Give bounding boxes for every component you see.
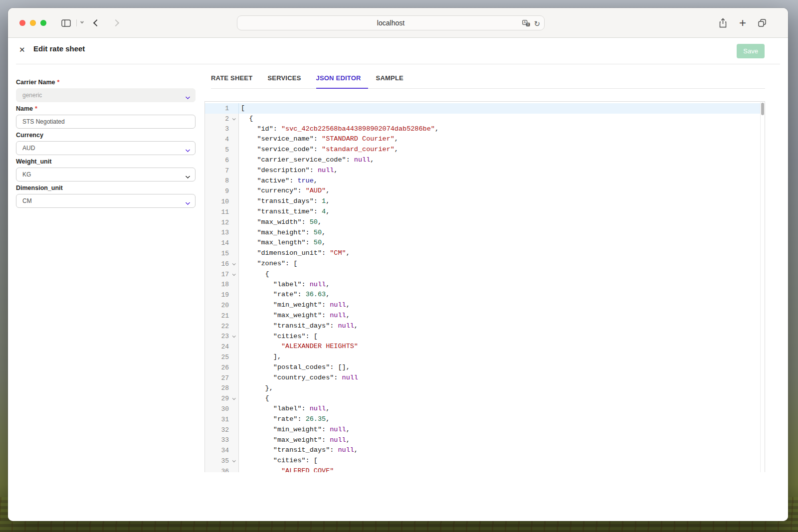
editor-line: 32 "min_weight": null, — [205, 425, 765, 435]
editor-code: "carrier_service_code": null, — [239, 155, 765, 166]
forward-icon[interactable] — [112, 8, 120, 38]
editor-gutter-cell: 5 — [205, 145, 239, 155]
minimize-window-button[interactable] — [30, 20, 36, 26]
editor-line: 20 "min_weight": null, — [205, 300, 765, 311]
save-button[interactable]: Save — [737, 44, 765, 58]
editor-code: "description": null, — [239, 166, 765, 176]
close-icon[interactable]: ✕ — [19, 45, 25, 54]
fold-chevron-icon[interactable] — [232, 335, 236, 338]
fold-chevron-icon[interactable] — [232, 272, 236, 276]
editor-line: 28 }, — [205, 383, 765, 394]
chevron-down-icon[interactable] — [78, 8, 85, 38]
line-number: 24 — [205, 343, 229, 351]
editor-code: "country_codes": null — [239, 373, 765, 383]
editor-gutter-cell: 31 — [205, 414, 239, 425]
editor-line: 4 "service_name": "STANDARD Courier", — [205, 134, 765, 145]
editor-gutter-cell: 22 — [205, 321, 239, 332]
fold-chevron-icon[interactable] — [232, 262, 236, 265]
editor-gutter-cell: 30 — [205, 404, 239, 414]
select-weight_unit[interactable]: KG — [16, 168, 196, 181]
input-name[interactable]: STS Negotiated — [16, 115, 196, 129]
back-icon[interactable] — [93, 8, 101, 38]
line-number: 12 — [205, 219, 229, 226]
tab-overview-icon[interactable] — [757, 8, 768, 38]
tabs: RATE SHEETSERVICESJSON EDITORSAMPLE — [211, 71, 765, 89]
json-editor[interactable]: 1 [ 2 { 3 "id": "svc_42cb22568ba44389890… — [204, 101, 765, 472]
fold-chevron-icon[interactable] — [232, 117, 236, 120]
required-star: * — [35, 105, 37, 112]
fold-chevron-icon[interactable] — [232, 396, 236, 400]
editor-line: 14 "max_length": 50, — [205, 238, 765, 248]
editor-gutter-cell: 2 — [205, 114, 239, 124]
svg-text:文: 文 — [527, 22, 530, 26]
editor-gutter-cell: 36 — [205, 466, 239, 472]
editor-line: 22 "transit_days": null, — [205, 321, 765, 332]
editor-line: 33 "max_weight": null, — [205, 435, 765, 446]
editor-code: "transit_time": 4, — [239, 207, 765, 217]
line-number: 19 — [205, 291, 229, 299]
editor-code: "service_name": "STANDARD Courier", — [239, 134, 765, 145]
editor-line: 30 "label": null, — [205, 404, 765, 414]
new-tab-icon[interactable]: + — [737, 8, 748, 38]
editor-scrollbar-thumb[interactable] — [761, 103, 764, 115]
select-dimension_unit[interactable]: CM — [16, 194, 196, 208]
line-number: 17 — [205, 271, 229, 278]
line-number: 36 — [205, 468, 229, 472]
editor-code: [ — [239, 103, 765, 114]
line-number: 2 — [205, 115, 229, 123]
share-icon[interactable] — [717, 8, 728, 38]
editor-line: 5 "service_code": "standard_courier", — [205, 145, 765, 155]
editor-gutter-cell: 25 — [205, 352, 239, 362]
editor-code: { — [239, 393, 765, 404]
tab-services[interactable]: SERVICES — [267, 71, 308, 88]
editor-line: 36 "ALFRED COVE" — [205, 466, 765, 472]
editor-code: "rate": 26.35, — [239, 414, 765, 425]
close-window-button[interactable] — [19, 20, 25, 26]
fold-chevron-icon[interactable] — [232, 459, 236, 462]
translate-icon[interactable]: A 文 — [522, 20, 530, 27]
editor-code: "cities": [ — [239, 332, 765, 342]
editor-gutter-cell: 33 — [205, 435, 239, 446]
line-number: 9 — [205, 187, 229, 195]
editor-line: 18 "label": null, — [205, 280, 765, 290]
select-carrier-name[interactable]: generic — [16, 88, 196, 102]
editor-code: "currency": "AUD", — [239, 186, 765, 196]
editor-gutter-cell: 6 — [205, 155, 239, 166]
reload-icon[interactable]: ↻ — [534, 20, 540, 27]
editor-code: "ALEXANDER HEIGHTS" — [239, 342, 765, 352]
zoom-window-button[interactable] — [40, 20, 46, 26]
editor-code: { — [239, 269, 765, 280]
editor-gutter-cell: 16 — [205, 259, 239, 269]
editor-code: "transit_days": 1, — [239, 196, 765, 207]
editor-line: 21 "max_weight": null, — [205, 311, 765, 321]
line-number: 5 — [205, 146, 229, 154]
editor-line: 25 ], — [205, 352, 765, 362]
editor-gutter-cell: 7 — [205, 166, 239, 176]
select-chevron-icon — [186, 93, 190, 100]
editor-code: "max_weight": null, — [239, 435, 765, 446]
editor-gutter-cell: 13 — [205, 228, 239, 238]
editor-line: 8 "active": true, — [205, 176, 765, 186]
select-currency[interactable]: AUD — [16, 141, 196, 155]
field-label: Currency — [16, 132, 196, 139]
sidebar-icon[interactable] — [60, 8, 71, 38]
line-number: 32 — [205, 426, 229, 434]
editor-gutter-cell: 26 — [205, 362, 239, 373]
editor-code: "active": true, — [239, 176, 765, 186]
line-number: 11 — [205, 208, 229, 216]
field-label: Weight_unit — [16, 158, 196, 165]
tab-sample[interactable]: SAMPLE — [376, 71, 410, 88]
line-number: 15 — [205, 250, 229, 257]
address-bar[interactable]: localhost A 文 ↻ — [237, 15, 545, 30]
editor-line: 16 "zones": [ — [205, 259, 765, 269]
line-number: 28 — [205, 384, 229, 392]
editor-line: 24 "ALEXANDER HEIGHTS" — [205, 342, 765, 352]
line-number: 27 — [205, 374, 229, 382]
tab-rate-sheet[interactable]: RATE SHEET — [211, 71, 259, 88]
line-number: 30 — [205, 405, 229, 413]
editor-line: 19 "rate": 36.63, — [205, 290, 765, 300]
editor-scrollbar[interactable] — [760, 102, 765, 472]
editor-code: "max_height": 50, — [239, 228, 765, 238]
editor-code: "postal_codes": [], — [239, 362, 765, 373]
tab-json-editor[interactable]: JSON EDITOR — [316, 71, 368, 88]
